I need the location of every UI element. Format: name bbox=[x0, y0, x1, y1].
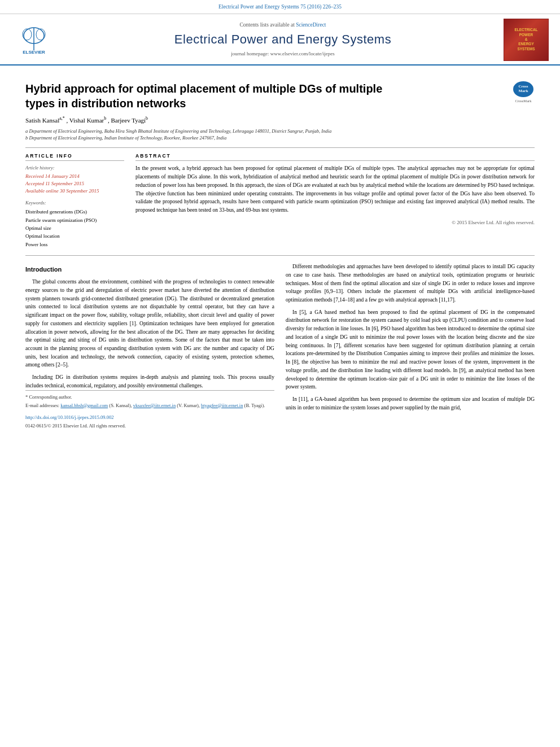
article-abstract-section: ARTICLE INFO Article history: Received 1… bbox=[25, 152, 535, 248]
abstract-panel: ABSTRACT In the present work, a hybrid a… bbox=[135, 152, 535, 248]
authors-line: Satish Kansala,* , Vishal Kumarb , Barje… bbox=[25, 115, 535, 125]
article-info-panel: ARTICLE INFO Article history: Received 1… bbox=[25, 152, 124, 248]
elsevier-logo: ELSEVIER bbox=[11, 24, 62, 55]
paper-title-section: Hybrid approach for optimal placement of… bbox=[25, 81, 535, 111]
keyword-4: Optimal location bbox=[25, 232, 124, 240]
issn-line: 0142-0615/© 2015 Elsevier Ltd. All right… bbox=[25, 422, 274, 430]
keywords-label: Keywords: bbox=[25, 199, 124, 206]
keyword-5: Power loss bbox=[25, 241, 124, 248]
abstract-text: In the present work, a hybrid approach h… bbox=[135, 164, 535, 214]
doi-url: http://dx.doi.org/10.1016/j.ijepes.2015.… bbox=[25, 414, 274, 421]
intro-para-1: The global concerns about the environmen… bbox=[25, 278, 274, 369]
email-link-1[interactable]: kansal.bhsh@gmail.com bbox=[60, 403, 108, 408]
right-para-3: In [11], a GA-based algorithm has been p… bbox=[286, 395, 535, 412]
received-date: Received 14 January 2014 bbox=[25, 173, 124, 180]
section-divider-2 bbox=[25, 255, 535, 256]
journal-header-center: Contents lists available at ScienceDirec… bbox=[62, 21, 504, 58]
copyright: © 2015 Elsevier Ltd. All rights reserved… bbox=[135, 219, 535, 226]
right-para-1: Different methodologies and approaches h… bbox=[286, 263, 535, 304]
corresponding-label: * Corresponding author. bbox=[25, 394, 274, 401]
email-addresses: E-mail addresses: kansal.bhsh@gmail.com … bbox=[25, 402, 274, 409]
journal-title: Electrical Power and Energy Systems bbox=[62, 30, 504, 49]
email-link-3[interactable]: btyagfee@iitr.ernet.in bbox=[201, 403, 243, 408]
right-para-2: In [5], a GA based method has been propo… bbox=[286, 308, 535, 391]
intro-para-2: Including DG in distribution systems req… bbox=[25, 373, 274, 390]
journal-cover: ELECTRICAL POWER & ENERGY SYSTEMS bbox=[504, 19, 549, 61]
body-right-col: Different methodologies and approaches h… bbox=[286, 263, 535, 430]
top-bar: Electrical Power and Energy Systems 75 (… bbox=[0, 0, 560, 14]
journal-citation: Electrical Power and Energy Systems 75 (… bbox=[218, 4, 342, 10]
available-date: Available online 30 September 2015 bbox=[25, 187, 124, 195]
abstract-header: ABSTRACT bbox=[135, 152, 535, 161]
homepage-link: journal homepage: www.elsevier.com/locat… bbox=[62, 50, 504, 58]
affiliations: a Department of Electrical Engineering, … bbox=[25, 128, 535, 142]
keyword-3: Optimal size bbox=[25, 224, 124, 232]
main-content: Hybrid approach for optimal placement of… bbox=[0, 65, 560, 430]
affiliation-a: a Department of Electrical Engineering, … bbox=[25, 128, 535, 135]
body-columns: Introduction The global concerns about t… bbox=[25, 263, 535, 430]
doi-link[interactable]: http://dx.doi.org/10.1016/j.ijepes.2015.… bbox=[25, 414, 113, 420]
history-label: Article history: bbox=[25, 164, 124, 171]
sciencedirect-label: Contents lists available at ScienceDirec… bbox=[62, 21, 504, 29]
body-left-col: Introduction The global concerns about t… bbox=[25, 263, 274, 430]
introduction-title: Introduction bbox=[25, 265, 274, 274]
journal-header: ELSEVIER Contents lists available at Sci… bbox=[0, 14, 560, 65]
paper-title: Hybrid approach for optimal placement of… bbox=[25, 81, 512, 111]
footnote-area: * Corresponding author. E-mail addresses… bbox=[25, 390, 274, 409]
keyword-2: Particle swarm optimization (PSO) bbox=[25, 216, 124, 224]
section-divider-1 bbox=[25, 147, 535, 148]
article-info-header: ARTICLE INFO bbox=[25, 152, 124, 161]
keywords-list: Distributed generations (DGs) Particle s… bbox=[25, 208, 124, 248]
crossmark-badge[interactable]: CrossMark CrossMark bbox=[512, 81, 535, 104]
svg-text:ELSEVIER: ELSEVIER bbox=[23, 50, 45, 55]
affiliation-b: b Department of Electrical Engineering, … bbox=[25, 135, 535, 142]
keyword-1: Distributed generations (DGs) bbox=[25, 208, 124, 216]
email-link-2[interactable]: vksaxfee@iitr.ernet.in bbox=[133, 403, 176, 408]
accepted-date: Accepted 11 September 2015 bbox=[25, 180, 124, 187]
sciencedirect-link[interactable]: ScienceDirect bbox=[296, 22, 326, 28]
